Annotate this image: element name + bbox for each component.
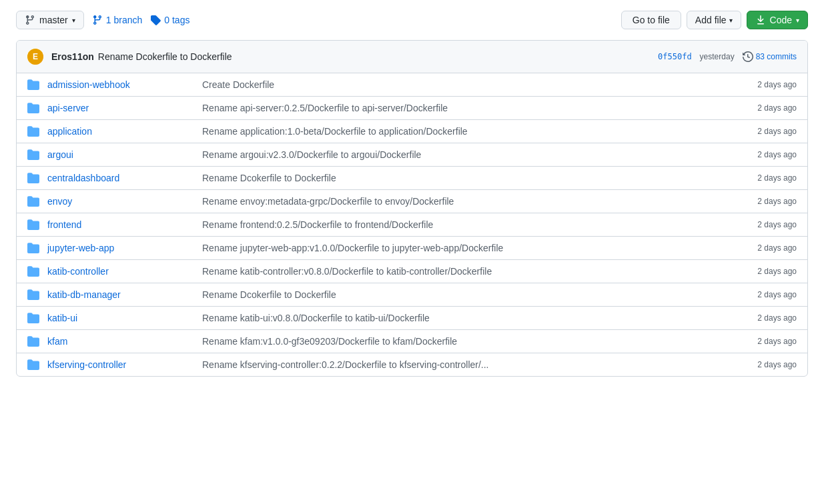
file-name[interactable]: frontend [47, 219, 194, 230]
folder-icon [27, 242, 39, 254]
file-commit-message: Rename kfserving-controller:0.2.2/Docker… [202, 359, 741, 370]
file-commit-message: Rename kfam:v1.0.0-gf3e09203/Dockerfile … [202, 336, 741, 347]
file-name[interactable]: envoy [47, 196, 194, 207]
goto-file-button[interactable]: Go to file [621, 11, 681, 29]
table-row: application Rename application:1.0-beta/… [17, 120, 807, 143]
add-file-label: Add file [695, 15, 727, 25]
commits-count: 83 commits [756, 52, 797, 61]
branch-label: master [39, 15, 68, 25]
download-icon [755, 15, 766, 25]
file-name[interactable]: api-server [47, 103, 194, 113]
file-time: 2 days ago [757, 313, 797, 323]
file-time: 2 days ago [757, 103, 797, 113]
code-button[interactable]: Code ▾ [747, 11, 808, 29]
file-commit-message: Rename jupyter-web-app:v1.0.0/Dockerfile… [202, 243, 741, 253]
author-avatar: E [27, 49, 43, 65]
file-time: 2 days ago [757, 173, 797, 183]
file-commit-message: Rename argoui:v2.3.0/Dockerfile to argou… [202, 149, 741, 160]
table-row: admission-webhook Create Dockerfile 2 da… [17, 73, 807, 97]
table-row: centraldashboard Rename Dcokerfile to Do… [17, 167, 807, 190]
file-time: 2 days ago [757, 360, 797, 369]
file-name[interactable]: katib-db-manager [47, 289, 194, 300]
repo-commit-header: E Eros11on Rename Dcokerfile to Dockerfi… [17, 41, 807, 73]
branch-count-label: 1 branch [106, 15, 142, 25]
commit-author[interactable]: Eros11on [51, 51, 94, 62]
branch-count-icon [92, 15, 103, 25]
folder-icon [27, 289, 39, 301]
table-row: kfserving-controller Rename kfserving-co… [17, 353, 807, 376]
file-name[interactable]: centraldashboard [47, 173, 194, 183]
file-time: 2 days ago [757, 267, 797, 276]
file-commit-message: Rename katib-ui:v0.8.0/Dockerfile to kat… [202, 313, 741, 323]
folder-icon [27, 102, 39, 114]
file-commit-message: Rename katib-controller:v0.8.0/Dockerfil… [202, 266, 741, 277]
file-browser-table: E Eros11on Rename Dcokerfile to Dockerfi… [16, 40, 808, 377]
code-label: Code [770, 15, 792, 25]
file-name[interactable]: kfam [47, 336, 194, 347]
file-name[interactable]: katib-ui [47, 313, 194, 323]
commit-meta: 0f550fd yesterday 83 commits [658, 51, 797, 62]
file-commit-message: Rename envoy:metadata-grpc/Dockerfile to… [202, 196, 741, 207]
file-commit-message: Create Dockerfile [202, 79, 741, 90]
table-row: api-server Rename api-server:0.2.5/Docke… [17, 97, 807, 120]
tag-icon [150, 15, 161, 25]
folder-icon [27, 172, 39, 184]
folder-icon [27, 125, 39, 137]
code-chevron-icon: ▾ [796, 17, 799, 24]
branch-count-link[interactable]: 1 branch [92, 15, 142, 25]
file-name[interactable]: jupyter-web-app [47, 243, 194, 253]
file-commit-message: Rename application:1.0-beta/Dockerfile t… [202, 126, 741, 137]
folder-icon [27, 79, 39, 91]
file-commit-message: Rename Dcokerfile to Dockerfile [202, 289, 741, 300]
file-name[interactable]: katib-controller [47, 266, 194, 277]
folder-icon [27, 265, 39, 277]
table-row: katib-ui Rename katib-ui:v0.8.0/Dockerfi… [17, 307, 807, 330]
file-time: 2 days ago [757, 150, 797, 159]
commit-message: Rename Dcokerfile to Dockerfile [98, 51, 232, 62]
folder-icon [27, 312, 39, 324]
add-file-button[interactable]: Add file ▾ [687, 11, 741, 29]
commits-link[interactable]: 83 commits [743, 51, 797, 62]
file-name[interactable]: kfserving-controller [47, 359, 194, 370]
file-time: 2 days ago [757, 80, 797, 89]
file-rows-container: admission-webhook Create Dockerfile 2 da… [17, 73, 807, 376]
file-name[interactable]: argoui [47, 149, 194, 160]
file-time: 2 days ago [757, 220, 797, 229]
file-commit-message: Rename Dcokerfile to Dockerfile [202, 173, 741, 183]
add-file-chevron-icon: ▾ [729, 17, 733, 24]
file-name[interactable]: admission-webhook [47, 79, 194, 90]
file-commit-message: Rename frontend:0.2.5/Dockerfile to fron… [202, 219, 741, 230]
file-time: 2 days ago [757, 127, 797, 136]
table-row: argoui Rename argoui:v2.3.0/Dockerfile t… [17, 143, 807, 167]
file-time: 2 days ago [757, 290, 797, 299]
table-row: jupyter-web-app Rename jupyter-web-app:v… [17, 237, 807, 260]
tags-count-link[interactable]: 0 tags [150, 15, 189, 25]
folder-icon [27, 195, 39, 207]
commit-info: Eros11on Rename Dcokerfile to Dockerfile [51, 51, 650, 62]
git-branch-icon [25, 15, 35, 25]
file-commit-message: Rename api-server:0.2.5/Dockerfile to ap… [202, 103, 741, 113]
table-row: frontend Rename frontend:0.2.5/Dockerfil… [17, 213, 807, 237]
folder-icon [27, 359, 39, 371]
table-row: envoy Rename envoy:metadata-grpc/Dockerf… [17, 190, 807, 213]
file-time: 2 days ago [757, 337, 797, 346]
chevron-down-icon: ▾ [72, 17, 75, 24]
branch-selector[interactable]: master ▾ [16, 11, 84, 29]
commit-time: yesterday [700, 52, 735, 61]
file-time: 2 days ago [757, 197, 797, 206]
folder-icon [27, 219, 39, 231]
table-row: kfam Rename kfam:v1.0.0-gf3e09203/Docker… [17, 330, 807, 353]
history-icon [743, 51, 753, 62]
folder-icon [27, 149, 39, 161]
file-time: 2 days ago [757, 243, 797, 253]
commit-hash[interactable]: 0f550fd [658, 52, 692, 61]
file-name[interactable]: application [47, 126, 194, 137]
folder-icon [27, 335, 39, 347]
tags-count-label: 0 tags [164, 15, 189, 25]
svg-text:E: E [33, 52, 38, 61]
table-row: katib-db-manager Rename Dcokerfile to Do… [17, 283, 807, 307]
table-row: katib-controller Rename katib-controller… [17, 260, 807, 283]
